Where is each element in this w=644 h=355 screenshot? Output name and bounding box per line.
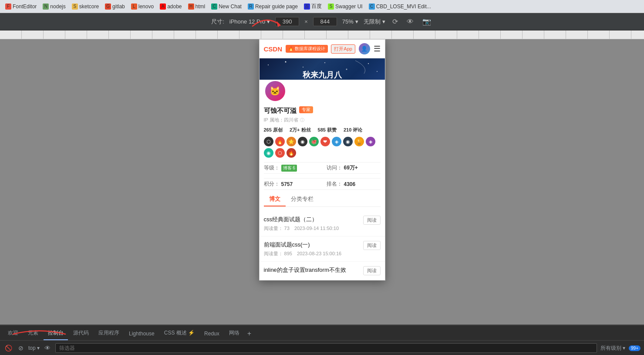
article-title-1[interactable]: css经典面试题（二） (264, 216, 339, 223)
devtools-tab-redux[interactable]: Redux (200, 328, 224, 340)
badge-icon-10: ◈ (366, 137, 375, 146)
bookmark-icon-fonteditor: F (5, 3, 11, 10)
profile-tabs: 博文 分类专栏 (264, 193, 381, 207)
devtools-tab-css[interactable]: CSS 概述 ⚡ (160, 327, 199, 340)
svg-point-3 (303, 67, 303, 68)
bookmark-baidu[interactable]: 百 百度 (302, 2, 324, 11)
throttle-selector[interactable]: 无限制 ▾ (364, 18, 385, 26)
bookmark-icon-newchat: C (211, 3, 217, 10)
tab-bowenwenzhang[interactable]: 博文 (264, 193, 286, 206)
devtools-tab-welcome[interactable]: 欢迎 (3, 327, 23, 340)
console-clear-icon[interactable]: 🚫 (3, 343, 13, 353)
devtools-tab-console[interactable]: 控制台 (44, 327, 68, 340)
bookmark-gitlab[interactable]: G gitlab (103, 3, 127, 10)
badge-icon-2: 🔥 (275, 137, 285, 146)
height-input[interactable] (313, 17, 337, 26)
rank-cell: 排名： 4306 (318, 178, 381, 190)
devtools-tab-elements[interactable]: 元素 (24, 327, 43, 340)
devtools-add-tab[interactable]: + (245, 327, 254, 340)
article-title-2[interactable]: 前端面试题css(一) (264, 241, 342, 249)
svg-point-1 (268, 64, 269, 65)
stat-fans: 2万+ 粉丝 (290, 127, 311, 133)
console-filter-icon[interactable]: ⊘ (17, 343, 25, 353)
profile-section: 🐱 可蚀不可溢 专家 IP 属地：四川省 ⓘ 265 原创 2万+ 粉丝 (260, 80, 385, 211)
bookmark-cbd[interactable]: C CBD_LOSE_MVI Edit... (367, 3, 433, 10)
main-content-area: CSDN 🔥 数据库课程设计 打开App 👤 ☰ 秋来九月八 (0, 39, 644, 325)
rotate-icon[interactable]: ⟳ (391, 16, 400, 27)
bookmark-newchat[interactable]: C New Chat (209, 3, 243, 10)
level-badge: 博客 6 (281, 165, 297, 172)
level-filter[interactable]: 所有级别 ▾ (600, 345, 625, 352)
csdn-header-avatar[interactable]: 👤 (359, 43, 370, 54)
notification-badge: 99+ (629, 345, 641, 351)
rank-value: 4306 (344, 181, 356, 187)
visit-cell: 访问： 69万+ (318, 162, 381, 174)
devtools-tab-network[interactable]: 网络 (225, 327, 244, 340)
bookmark-icon-nodejs: N (43, 3, 49, 10)
ruler-area (0, 30, 644, 39)
bookmark-sketcore[interactable]: S sketcore (70, 3, 101, 10)
bookmark-swagger[interactable]: S Swagger UI (326, 3, 364, 10)
dimension-separator: × (304, 18, 308, 25)
devtools-tab-sources[interactable]: 源代码 (69, 327, 93, 340)
devtools-panel: 欢迎 元素 控制台 源代码 应用程序 Lighthouse CSS 概述 ⚡ R… (0, 325, 644, 355)
bookmark-icon-html: H (188, 3, 194, 10)
article-meta-2: 阅读量： 895 2023-08-23 15:00:16 (264, 250, 342, 257)
bookmark-icon-sketcore: S (72, 3, 78, 10)
devtools-tabs: 欢迎 元素 控制台 源代码 应用程序 Lighthouse CSS 概述 ⚡ R… (0, 325, 644, 341)
badge-icon-11: ◉ (264, 148, 273, 158)
badge-icon-3: ⭐ (287, 137, 296, 146)
console-eye-icon[interactable]: 👁 (43, 343, 52, 353)
expert-badge: 专家 (299, 106, 313, 113)
context-selector[interactable]: top ▾ (28, 345, 40, 351)
eye-icon[interactable]: 👁 (405, 16, 415, 27)
tab-fenlei[interactable]: 分类专栏 (286, 193, 319, 206)
device-label: 尺寸: (211, 18, 224, 26)
read-button-2[interactable]: 阅读 (363, 241, 381, 250)
svg-point-2 (285, 61, 286, 63)
bookmark-adobe[interactable]: A adobe (158, 3, 183, 10)
visit-value: 69万+ (344, 164, 358, 172)
article-item-2: 前端面试题css(一) 阅读量： 895 2023-08-23 15:00:16… (260, 237, 385, 262)
width-input[interactable] (275, 17, 299, 26)
devtools-tab-lighthouse[interactable]: Lighthouse (125, 328, 159, 340)
bookmark-repair[interactable]: R Repair guide page (246, 3, 300, 10)
svg-point-5 (346, 69, 347, 70)
bookmark-fonteditor[interactable]: F FontEditor (3, 3, 38, 10)
mobile-preview: CSDN 🔥 数据库课程设计 打开App 👤 ☰ 秋来九月八 (259, 39, 385, 281)
bookmark-nodejs[interactable]: N nodejs (41, 3, 67, 10)
level-cell: 等级： 博客 6 (264, 162, 318, 174)
badge-icon-7: ◈ (332, 137, 341, 146)
badge-icon-5: 🐙 (309, 137, 319, 146)
screenshot-icon[interactable]: 📷 (421, 16, 433, 27)
read-button-1[interactable]: 阅读 (363, 216, 381, 225)
csdn-db-badge: 🔥 数据库课程设计 (286, 45, 328, 53)
open-app-button[interactable]: 打开App (331, 44, 355, 54)
stat-comments: 210 评论 (344, 127, 362, 133)
bookmark-lenovo[interactable]: L lenovo (129, 3, 155, 10)
bookmark-html[interactable]: H html (186, 3, 207, 10)
ip-location: IP 属地：四川省 ⓘ (264, 117, 381, 123)
ruler-marks (0, 30, 644, 39)
device-selector[interactable]: iPhone 12 Pro ▾ (229, 18, 270, 25)
profile-avatar: 🐱 (264, 80, 287, 102)
csdn-header: CSDN 🔥 数据库课程设计 打开App 👤 ☰ (260, 40, 385, 58)
badge-icon-9: 🏆 (354, 137, 364, 146)
badge-icon-4: ◉ (298, 137, 307, 146)
bookmark-icon-gitlab: G (105, 3, 111, 10)
article-meta-1: 阅读量： 73 2023-09-14 11:50:10 (264, 225, 339, 232)
article-title-3[interactable]: inline的盒子设置transform不生效 (264, 266, 346, 274)
bookmark-icon-lenovo: L (131, 3, 137, 10)
zoom-selector[interactable]: 75% ▾ (342, 18, 358, 25)
stat-likes: 585 获赞 (318, 127, 337, 133)
console-toolbar: 🚫 ⊘ top ▾ 👁 所有级别 ▾ 99+ (0, 341, 644, 355)
score-value: 5757 (281, 181, 293, 187)
csdn-menu-icon[interactable]: ☰ (374, 44, 381, 54)
badge-icon-6: ❤ (320, 137, 330, 146)
bookmarks-toolbar: F FontEditor N nodejs S sketcore G gitla… (0, 0, 644, 13)
console-filter-input[interactable] (55, 343, 597, 353)
svg-point-4 (324, 62, 325, 63)
article-item-1: css经典面试题（二） 阅读量： 73 2023-09-14 11:50:10 … (260, 211, 385, 237)
devtools-tab-application[interactable]: 应用程序 (94, 327, 124, 340)
read-button-3[interactable]: 阅读 (363, 266, 381, 275)
